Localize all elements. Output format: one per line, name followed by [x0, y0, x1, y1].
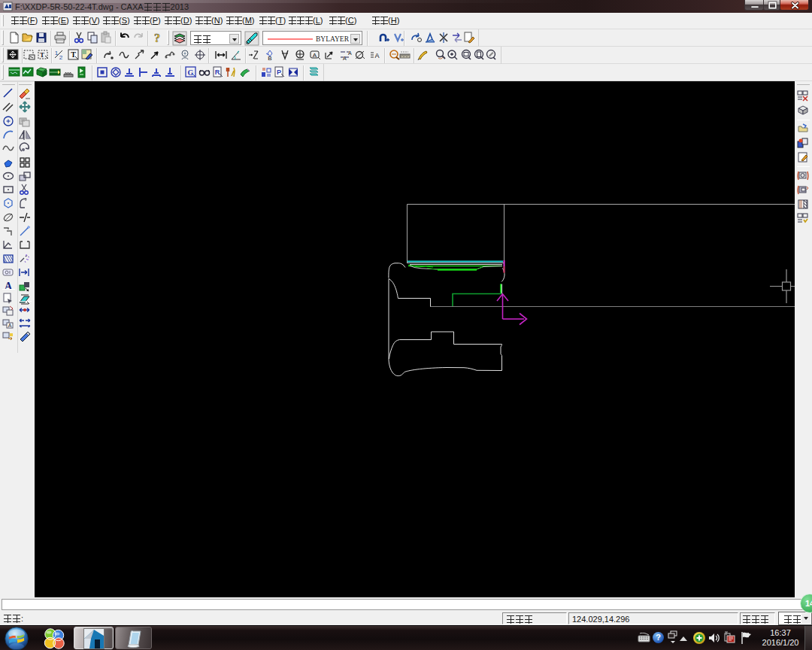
svg-text:G: G: [188, 68, 194, 77]
svg-text:?: ?: [154, 32, 160, 44]
svg-text:T: T: [71, 50, 76, 59]
svg-text:P: P: [277, 68, 281, 76]
svg-text:T: T: [40, 51, 44, 59]
svg-text:A: A: [374, 52, 379, 59]
svg-text:A: A: [8, 323, 12, 328]
svg-text:B: B: [268, 55, 271, 62]
svg-text:R: R: [215, 68, 220, 76]
svg-text:A: A: [313, 52, 317, 59]
svg-text:A: A: [348, 50, 352, 56]
svg-text:A: A: [343, 56, 347, 61]
svg-text:A: A: [5, 281, 13, 292]
svg-text:2: 2: [59, 54, 63, 61]
